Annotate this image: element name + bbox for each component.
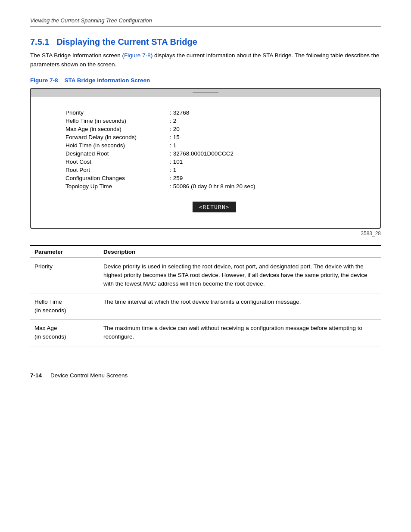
footer-number: 7-14	[30, 372, 42, 379]
screen-param-row: Hello Time (in seconds):2	[65, 117, 255, 125]
section-title: Displaying the Current STA Bridge	[56, 37, 197, 47]
screen-mockup: Priority:32768Hello Time (in seconds):2M…	[30, 88, 381, 229]
screen-param-colon: :	[169, 125, 173, 133]
screen-param-name: Topology Up Time	[65, 182, 169, 190]
screen-param-row: Root Cost:101	[65, 158, 255, 166]
screen-param-colon: :	[169, 174, 173, 182]
section-heading: 7.5.1 Displaying the Current STA Bridge	[30, 37, 381, 47]
figure-link[interactable]: Figure 7-8	[124, 52, 151, 59]
desc-table-row: Max Age(in seconds)The maximum time a de…	[30, 320, 381, 346]
breadcrumb: Viewing the Current Spanning Tree Config…	[30, 17, 381, 27]
desc-param-cell: Hello Time(in seconds)	[30, 293, 99, 320]
desc-description-cell: Device priority is used in selecting the…	[99, 258, 381, 293]
screen-param-value: 50086 (0 day 0 hr 8 min 20 sec)	[173, 182, 255, 190]
figure-label-title: STA Bridge Information Screen	[65, 77, 150, 84]
page-footer: 7-14 Device Control Menu Screens	[30, 372, 381, 379]
screen-param-colon: :	[169, 166, 173, 174]
desc-table-row: Hello Time(in seconds)The time interval …	[30, 293, 381, 320]
screen-param-name: Hold Time (in seconds)	[65, 141, 169, 149]
screen-param-colon: :	[169, 133, 173, 141]
screen-param-colon: :	[169, 117, 173, 125]
desc-param-cell: Priority	[30, 258, 99, 293]
screen-param-colon: :	[169, 182, 173, 190]
screen-param-row: Max Age (in seconds):20	[65, 125, 255, 133]
screen-param-colon: :	[169, 149, 173, 158]
screen-param-name: Forward Delay (in seconds)	[65, 133, 169, 141]
intro-paragraph: The STA Bridge Information screen (Figur…	[30, 51, 381, 69]
param-table: Priority:32768Hello Time (in seconds):2M…	[65, 109, 255, 190]
screen-param-name: Root Port	[65, 166, 169, 174]
figure-label-number: Figure 7-8	[30, 77, 58, 84]
page-wrapper: Viewing the Current Spanning Tree Config…	[0, 0, 411, 532]
screen-param-colon: :	[169, 141, 173, 149]
screen-param-row: Topology Up Time:50086 (0 day 0 hr 8 min…	[65, 182, 255, 190]
screen-param-row: Designated Root:32768.00001D00CCC2	[65, 149, 255, 158]
screen-param-name: Root Cost	[65, 158, 169, 166]
screen-param-value: 1	[173, 141, 255, 149]
screen-param-value: 20	[173, 125, 255, 133]
screen-param-value: 15	[173, 133, 255, 141]
screen-param-row: Root Port:1	[65, 166, 255, 174]
col-header-param: Parameter	[30, 246, 99, 258]
desc-description-cell: The maximum time a device can wait witho…	[99, 320, 381, 346]
desc-table-row: PriorityDevice priority is used in selec…	[30, 258, 381, 293]
footer-text: Device Control Menu Screens	[50, 372, 128, 379]
screen-param-value: 2	[173, 117, 255, 125]
desc-description-cell: The time interval at which the root devi…	[99, 293, 381, 320]
screen-param-row: Forward Delay (in seconds):15	[65, 133, 255, 141]
screen-content: Priority:32768Hello Time (in seconds):2M…	[31, 96, 380, 228]
description-table: Parameter Description PriorityDevice pri…	[30, 245, 381, 346]
screen-param-value: 259	[173, 174, 255, 182]
screen-param-name: Max Age (in seconds)	[65, 125, 169, 133]
screen-param-row: Configuration Changes:259	[65, 174, 255, 182]
desc-param-cell: Max Age(in seconds)	[30, 320, 99, 346]
col-header-desc: Description	[99, 246, 381, 258]
screen-param-value: 1	[173, 166, 255, 174]
figure-caption: 3583_28	[30, 230, 381, 236]
screen-param-row: Hold Time (in seconds):1	[65, 141, 255, 149]
screen-param-name: Hello Time (in seconds)	[65, 117, 169, 125]
intro-text-before: The STA Bridge Information screen (	[30, 52, 124, 59]
screen-param-value: 101	[173, 158, 255, 166]
section-number: 7.5.1	[30, 37, 49, 47]
screen-param-value: 32768.00001D00CCC2	[173, 149, 255, 158]
screen-param-name: Priority	[65, 109, 169, 117]
screen-param-value: 32768	[173, 109, 255, 117]
screen-param-colon: :	[169, 158, 173, 166]
screen-param-name: Configuration Changes	[65, 174, 169, 182]
screen-param-colon: :	[169, 109, 173, 117]
screen-param-row: Priority:32768	[65, 109, 255, 117]
screen-top-bar	[31, 89, 380, 96]
return-button[interactable]: <RETURN>	[193, 202, 236, 212]
return-button-area: <RETURN>	[65, 197, 363, 219]
figure-label: Figure 7-8 STA Bridge Information Screen	[30, 77, 381, 84]
screen-param-name: Designated Root	[65, 149, 169, 158]
